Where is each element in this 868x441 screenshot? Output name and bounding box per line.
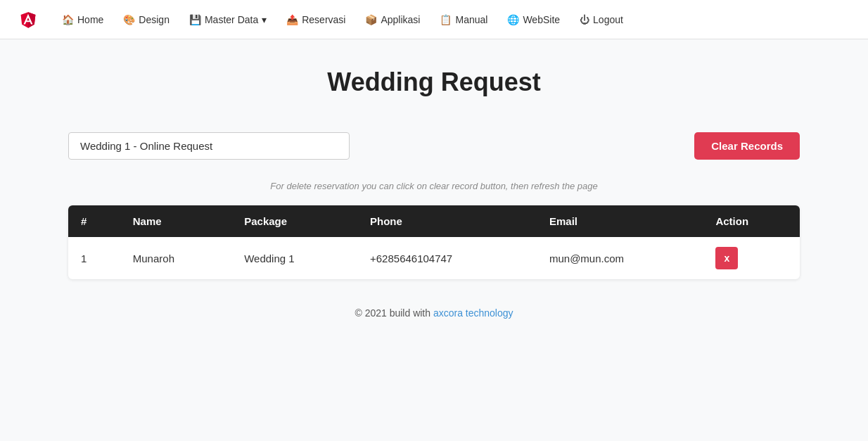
angular-icon <box>17 8 39 31</box>
home-icon: 🏠 <box>62 14 74 25</box>
reservations-table: # Name Package Phone Email Action 1 Muna… <box>68 205 800 279</box>
footer: © 2021 build with axcora technology <box>61 307 807 319</box>
nav-label-logout: Logout <box>593 14 623 25</box>
nav-label-manual: Manual <box>455 14 487 25</box>
manual-icon: 📋 <box>440 14 452 25</box>
applikasi-icon: 📦 <box>365 14 377 25</box>
col-header-email: Email <box>537 205 703 237</box>
nav-item-reservasi[interactable]: 📤 Reservasi <box>278 10 354 30</box>
page-title: Wedding Request <box>61 68 807 97</box>
nav-item-website[interactable]: 🌐 WebSite <box>499 10 568 30</box>
nav-item-applikasi[interactable]: 📦 Applikasi <box>357 10 428 30</box>
table-row: 1 Munaroh Wedding 1 +6285646104747 mun@m… <box>68 237 800 279</box>
info-text: For delete reservation you can click on … <box>61 181 807 191</box>
col-header-number: # <box>68 205 120 237</box>
navbar-brand <box>17 8 39 31</box>
table-header: # Name Package Phone Email Action <box>68 205 800 237</box>
website-icon: 🌐 <box>507 14 519 25</box>
table-body: 1 Munaroh Wedding 1 +6285646104747 mun@m… <box>68 237 800 279</box>
delete-button[interactable]: x <box>715 247 738 269</box>
nav-item-home[interactable]: 🏠 Home <box>53 10 112 30</box>
table-container: # Name Package Phone Email Action 1 Muna… <box>68 205 800 279</box>
nav-label-website: WebSite <box>523 14 560 25</box>
nav-item-manual[interactable]: 📋 Manual <box>431 10 496 30</box>
col-header-action: Action <box>703 205 800 237</box>
chevron-down-icon: ▾ <box>262 14 267 25</box>
cell-package: Wedding 1 <box>231 237 357 279</box>
nav-label-home: Home <box>77 14 103 25</box>
logout-icon: ⏻ <box>580 14 589 25</box>
nav-item-design[interactable]: 🎨 Design <box>115 10 178 30</box>
reservasi-icon: 📤 <box>286 14 298 25</box>
cell-email: mun@mun.com <box>537 237 703 279</box>
nav-label-design: Design <box>139 14 170 25</box>
filter-input[interactable] <box>68 132 350 160</box>
main-content: Wedding Request Clear Records For delete… <box>47 39 821 347</box>
nav-item-logout[interactable]: ⏻ Logout <box>571 10 632 30</box>
footer-text: © 2021 build with <box>355 307 433 319</box>
cell-name: Munaroh <box>120 237 231 279</box>
nav-label-applikasi: Applikasi <box>381 14 420 25</box>
navbar: 🏠 Home 🎨 Design 💾 Master Data ▾ 📤 Reserv… <box>0 0 868 39</box>
design-icon: 🎨 <box>123 14 135 25</box>
col-header-name: Name <box>120 205 231 237</box>
col-header-phone: Phone <box>357 205 537 237</box>
cell-number: 1 <box>68 237 120 279</box>
cell-phone: +6285646104747 <box>357 237 537 279</box>
nav-label-reservasi: Reservasi <box>302 14 345 25</box>
clear-records-button[interactable]: Clear Records <box>694 132 800 160</box>
master-data-icon: 💾 <box>189 14 201 25</box>
nav-label-master-data: Master Data <box>205 14 258 25</box>
controls-row: Clear Records <box>61 132 807 160</box>
nav-item-master-data[interactable]: 💾 Master Data ▾ <box>181 10 275 30</box>
cell-action: x <box>703 237 800 279</box>
footer-link[interactable]: axcora technology <box>433 307 513 319</box>
col-header-package: Package <box>231 205 357 237</box>
